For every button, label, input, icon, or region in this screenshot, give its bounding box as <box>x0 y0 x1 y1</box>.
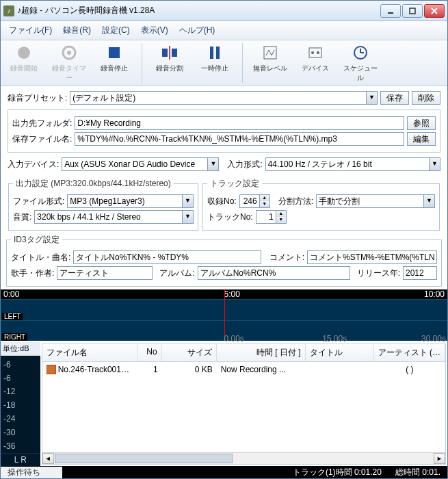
status-bar: 操作待ち トラック(1)時間 0:01.20 総時間 0:01. <box>1 466 447 478</box>
preset-select[interactable] <box>70 91 366 105</box>
col-size[interactable]: サイズ <box>162 344 217 361</box>
toolbar-split[interactable]: 録音分割 <box>152 43 187 83</box>
id3-title-label: タイトル・曲名: <box>11 252 70 263</box>
id3-year-input[interactable] <box>403 266 437 280</box>
split-icon <box>160 43 179 62</box>
split-method-select[interactable] <box>316 194 423 208</box>
minimize-button[interactable] <box>380 4 401 18</box>
app-icon: ♪ <box>3 5 14 16</box>
waveform-position-marker <box>224 289 225 341</box>
toolbar-record-timer[interactable]: 録音タイマー <box>51 43 87 83</box>
output-settings-legend: 出力設定 (MP3:320.0kbps/44.1kHz/stereo) <box>13 178 174 190</box>
file-format-dropdown-button[interactable]: ▼ <box>182 194 194 208</box>
meter-lr-label: L R <box>1 453 40 466</box>
file-list: ファイル名 No サイズ 時間 [ 日付 ] タイトル アーティスト (… No… <box>42 344 446 465</box>
file-title-cell <box>306 363 374 376</box>
rec-no-spinner[interactable]: ▲▼ <box>239 194 270 208</box>
id3-title-input[interactable] <box>73 250 261 264</box>
col-time[interactable]: 時間 [ 日付 ] <box>217 344 306 361</box>
svg-rect-9 <box>172 49 177 57</box>
file-name-cell: No.246-Track001… <box>58 365 129 374</box>
meter-scale: -6 -6 -12 -18 -24 -30 -36 <box>1 356 40 453</box>
menu-help[interactable]: ヘルプ(H) <box>175 23 220 38</box>
id3-legend: ID3タグ設定 <box>11 234 62 246</box>
svg-rect-7 <box>109 47 120 58</box>
output-folder-label: 出力先フォルダ: <box>12 118 72 129</box>
file-artist-cell: ( ) <box>374 363 445 376</box>
waveform-display[interactable]: 0:00 5:00 10:00 LEFT RIGHT 0.00s 15.00s … <box>1 289 447 341</box>
output-filename-input[interactable] <box>75 132 404 146</box>
toolbar-record-start[interactable]: 録音開始 <box>6 43 42 83</box>
edit-button[interactable]: 編集 <box>407 132 436 146</box>
output-filename-label: 保存ファイル名: <box>12 133 72 145</box>
id3-comment-input[interactable] <box>307 250 437 264</box>
col-artist[interactable]: アーティスト (… <box>374 344 445 361</box>
menu-file[interactable]: ファイル(F) <box>5 23 56 38</box>
preset-dropdown-button[interactable]: ▼ <box>366 91 378 105</box>
waveform-bottom-ticks: 0.00s 15.00s 30.00s <box>1 334 447 341</box>
menu-bar: ファイル(F) 録音(R) 設定(C) 表示(V) ヘルプ(H) <box>1 21 447 40</box>
schedule-icon <box>351 43 370 62</box>
svg-rect-11 <box>210 47 213 59</box>
col-filename[interactable]: ファイル名 <box>42 344 138 361</box>
toolbar-schedule[interactable]: スケジュール <box>343 43 378 83</box>
input-device-select[interactable] <box>62 157 207 171</box>
silence-icon <box>261 43 280 62</box>
file-no-cell: 1 <box>138 363 162 376</box>
spin-up-icon[interactable]: ▲ <box>260 195 269 201</box>
toolbar-silence-level[interactable]: 無音レベル <box>252 43 288 83</box>
spin-up-icon[interactable]: ▲ <box>276 211 286 217</box>
close-button[interactable] <box>424 4 445 18</box>
device-icon <box>306 43 325 62</box>
track-no-input[interactable] <box>256 210 276 224</box>
preset-save-button[interactable]: 保存 <box>380 91 409 105</box>
quality-select[interactable] <box>34 210 182 224</box>
spin-down-icon[interactable]: ▼ <box>276 217 286 223</box>
id3-artist-input[interactable] <box>57 266 153 280</box>
split-method-dropdown-button[interactable]: ▼ <box>423 194 435 208</box>
menu-record[interactable]: 録音(R) <box>59 23 95 38</box>
timeline-tick: 0:00 <box>3 289 19 299</box>
rec-no-input[interactable] <box>239 194 260 208</box>
quality-dropdown-button[interactable]: ▼ <box>182 210 194 224</box>
col-no[interactable]: No <box>138 344 162 361</box>
svg-rect-14 <box>309 48 321 57</box>
scroll-right-button[interactable]: ► <box>434 453 445 464</box>
spin-down-icon[interactable]: ▼ <box>260 201 269 207</box>
id3-year-label: リリース年: <box>357 268 400 279</box>
input-format-label: 入力形式: <box>227 159 262 170</box>
input-format-dropdown-button[interactable]: ▼ <box>429 157 440 171</box>
input-format-select[interactable] <box>265 157 429 171</box>
status-track-time: トラック(1)時間 0:01.20 <box>286 467 388 478</box>
id3-fieldset: ID3タグ設定 タイトル・曲名: コメント: 歌手・作者: アルバム: リリース… <box>6 234 442 287</box>
preset-label: 録音プリセット: <box>8 92 67 104</box>
toolbar-pause[interactable]: 一時停止 <box>197 43 233 83</box>
svg-rect-12 <box>216 47 220 59</box>
input-device-dropdown-button[interactable]: ▼ <box>207 157 219 171</box>
toolbar-record-stop[interactable]: 録音停止 <box>96 43 132 83</box>
track-no-spinner[interactable]: ▲▼ <box>256 210 287 224</box>
record-icon <box>14 43 34 62</box>
track-settings-legend: トラック設定 <box>207 178 262 190</box>
svg-point-4 <box>18 47 30 59</box>
id3-album-input[interactable] <box>198 266 350 280</box>
file-list-header: ファイル名 No サイズ 時間 [ 日付 ] タイトル アーティスト (… <box>42 344 445 362</box>
horizontal-scrollbar[interactable]: ◄ ► <box>42 452 445 464</box>
toolbar-device[interactable]: デバイス <box>298 43 333 83</box>
split-method-label: 分割方法: <box>278 196 313 207</box>
file-icon <box>47 365 56 374</box>
file-size-cell: 0 KB <box>162 363 217 376</box>
preset-delete-button[interactable]: 削除 <box>412 91 440 105</box>
output-folder-input[interactable] <box>75 116 404 130</box>
file-format-select[interactable] <box>67 194 182 208</box>
col-title[interactable]: タイトル <box>306 344 374 361</box>
browse-button[interactable]: 参照 <box>407 116 436 130</box>
scroll-left-button[interactable]: ◄ <box>42 453 54 464</box>
window-title: ♪超録 - パソコン長時間録音機 v1.28A <box>17 5 380 16</box>
file-row[interactable]: No.246-Track001… 1 0 KB Now Recording ..… <box>42 362 445 377</box>
menu-settings[interactable]: 設定(C) <box>98 23 134 38</box>
scroll-thumb[interactable] <box>55 454 233 463</box>
maximize-button[interactable] <box>402 4 423 18</box>
svg-rect-8 <box>162 49 168 57</box>
menu-view[interactable]: 表示(V) <box>137 23 172 38</box>
